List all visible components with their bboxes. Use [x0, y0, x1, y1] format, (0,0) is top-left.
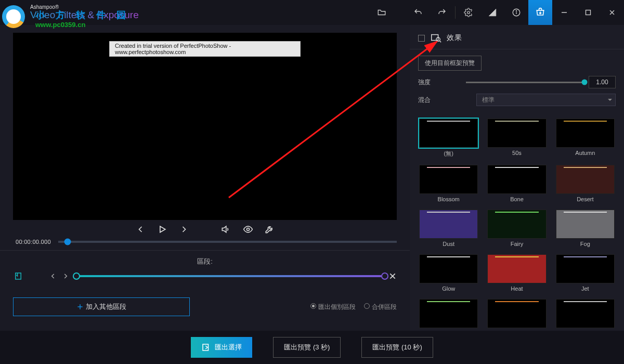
undo-button[interactable] — [406, 0, 430, 25]
strength-value[interactable]: 1.00 — [589, 76, 616, 88]
segment-bookmark-button[interactable] — [13, 271, 23, 281]
effects-magnify-icon — [430, 32, 441, 44]
prev-frame-button[interactable] — [135, 224, 146, 235]
effect-heat[interactable]: Heat — [487, 254, 546, 292]
info-button[interactable] — [504, 0, 528, 25]
effect-autumn[interactable]: Autumn — [556, 119, 615, 158]
player-controls — [13, 220, 397, 238]
svg-line-18 — [439, 41, 441, 43]
app-window: Ashampoo® Video Filters & Exposure 小 方 软… — [0, 0, 624, 364]
redo-button[interactable] — [430, 0, 454, 25]
theme-button[interactable] — [480, 0, 504, 25]
segment-area: 區段: — [0, 250, 410, 286]
segment-title: 區段: — [13, 257, 397, 266]
playhead-slider[interactable] — [58, 241, 397, 243]
effect-jungle[interactable]: Jungle — [419, 299, 478, 331]
export-preview-3s-button[interactable]: 匯出預覽 (3 秒) — [273, 337, 341, 358]
svg-point-10 — [247, 228, 250, 231]
settings-button[interactable] — [457, 0, 480, 25]
trial-watermark: Created in trial version of PerfectPhoto… — [109, 41, 301, 57]
shop-button[interactable] — [528, 0, 552, 25]
export-individual-radio[interactable]: 匯出個別區段 — [310, 303, 356, 311]
footer-bar: 匯出選擇 匯出預覽 (3 秒) 匯出預覽 (10 秒) — [0, 331, 624, 364]
export-preview-10s-button[interactable]: 匯出預覽 (10 秒) — [361, 337, 433, 358]
add-segment-button[interactable]: 加入其他區段 — [13, 297, 190, 316]
effect-mono1[interactable]: Mono1 — [556, 299, 615, 331]
close-button[interactable] — [600, 0, 624, 25]
svg-marker-8 — [160, 226, 165, 232]
svg-point-0 — [467, 11, 470, 14]
svg-rect-11 — [16, 273, 21, 279]
strength-slider[interactable] — [466, 82, 584, 83]
segment-prev-button[interactable] — [49, 272, 57, 280]
play-button[interactable] — [157, 224, 167, 235]
watermark-logo — [2, 5, 32, 28]
effect-bone[interactable]: Bone — [487, 165, 546, 202]
effects-enable-checkbox[interactable] — [418, 35, 425, 42]
add-segment-label: 加入其他區段 — [86, 302, 126, 311]
volume-button[interactable] — [220, 224, 231, 235]
effect-dust[interactable]: Dust — [419, 210, 478, 247]
svg-point-3 — [516, 10, 516, 11]
export-merge-radio[interactable]: 合併區段 — [364, 303, 397, 311]
effect-fairy[interactable]: Fairy — [487, 210, 546, 247]
effects-grid: (無)50sAutumnBlossomBoneDesertDustFairyFo… — [410, 114, 624, 331]
effect-fog[interactable]: Fog — [556, 210, 615, 247]
timecode: 00:00:00.000 — [16, 239, 51, 245]
titlebar: Ashampoo® Video Filters & Exposure 小 方 软… — [0, 0, 624, 25]
watermark-url: www.pc0359.cn — [35, 21, 85, 29]
minimize-button[interactable] — [552, 0, 576, 25]
tools-button[interactable] — [264, 224, 275, 235]
effects-panel: 效果 使用目前框架預覽 強度 1.00 混合 標準 (無)50sAutumnBl… — [410, 25, 624, 331]
export-mode-group: 匯出個別區段 合併區段 — [310, 303, 397, 311]
effects-panel-title: 效果 — [447, 33, 462, 43]
visibility-button[interactable] — [242, 224, 253, 235]
strength-label: 強度 — [418, 78, 445, 87]
export-selection-button[interactable]: 匯出選擇 — [191, 337, 252, 358]
watermark-text: 小 方 软 件 园 — [35, 9, 130, 21]
effect-glow[interactable]: Glow — [419, 254, 478, 292]
svg-rect-5 — [586, 10, 591, 15]
segment-next-button[interactable] — [62, 272, 69, 280]
effect-lava[interactable]: Lava — [487, 299, 546, 331]
maximize-button[interactable] — [576, 0, 600, 25]
blend-select[interactable]: 標準 — [476, 94, 616, 106]
left-pane: Created in trial version of PerfectPhoto… — [0, 25, 410, 331]
svg-marker-9 — [222, 226, 226, 232]
blend-label: 混合 — [418, 96, 445, 105]
segment-remove-button[interactable] — [388, 272, 397, 280]
effect-jet[interactable]: Jet — [556, 254, 615, 292]
effect-desert[interactable]: Desert — [556, 165, 615, 202]
effect-無[interactable]: (無) — [419, 119, 478, 158]
effect-50s[interactable]: 50s — [487, 119, 546, 158]
effect-blossom[interactable]: Blossom — [419, 165, 478, 202]
use-frame-preview-button[interactable]: 使用目前框架預覽 — [418, 56, 482, 71]
video-preview: Created in trial version of PerfectPhoto… — [13, 33, 397, 220]
open-folder-button[interactable] — [370, 0, 394, 25]
segment-range-slider[interactable] — [76, 275, 381, 277]
next-frame-button[interactable] — [179, 224, 189, 235]
